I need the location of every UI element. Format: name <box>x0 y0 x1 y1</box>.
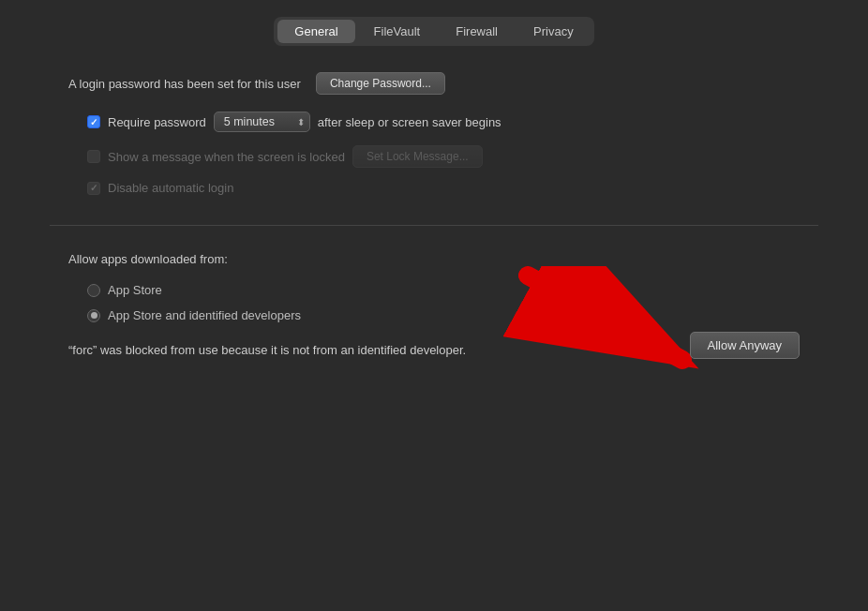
radio-app-store[interactable] <box>87 284 100 297</box>
time-dropdown-wrapper: 5 minutes immediately 5 seconds 1 minute… <box>214 112 310 132</box>
tab-general[interactable]: General <box>277 20 354 43</box>
show-message-row: Show a message when the screen is locked… <box>87 145 800 168</box>
change-password-button[interactable]: Change Password... <box>316 72 445 95</box>
top-section: A login password has been set for this u… <box>50 72 818 217</box>
show-message-checkbox[interactable] <box>87 150 100 163</box>
login-password-row: A login password has been set for this u… <box>68 72 800 95</box>
blocked-message: “forc” was blocked from use because it i… <box>68 343 466 357</box>
red-arrow-icon <box>500 266 725 388</box>
radio-app-store-identified-label: App Store and identified developers <box>108 308 301 322</box>
login-password-text: A login password has been set for this u… <box>68 77 301 91</box>
disable-login-checkbox[interactable] <box>87 182 100 195</box>
bottom-section: Allow apps downloaded from: App Store Ap… <box>50 233 818 378</box>
radio-app-store-identified[interactable] <box>87 309 100 322</box>
require-password-row: Require password 5 minutes immediately 5… <box>87 112 800 132</box>
tab-filevault[interactable]: FileVault <box>357 20 438 43</box>
require-password-label: Require password <box>108 115 206 129</box>
disable-login-row: Disable automatic login <box>87 181 800 195</box>
allow-anyway-button[interactable]: Allow Anyway <box>690 332 800 359</box>
tab-bar: General FileVault Firewall Privacy <box>274 17 593 46</box>
time-dropdown[interactable]: 5 minutes immediately 5 seconds 1 minute… <box>214 112 310 132</box>
set-lock-message-button[interactable]: Set Lock Message... <box>352 145 483 168</box>
svg-line-1 <box>528 276 682 360</box>
section-divider <box>50 225 818 226</box>
show-message-label: Show a message when the screen is locked <box>108 150 345 164</box>
require-password-checkbox[interactable] <box>87 115 100 128</box>
main-content: A login password has been set for this u… <box>50 72 818 378</box>
tab-privacy[interactable]: Privacy <box>516 20 591 43</box>
after-sleep-text: after sleep or screen saver begins <box>318 115 501 129</box>
blocked-area: “forc” was blocked from use because it i… <box>68 341 800 359</box>
disable-login-label: Disable automatic login <box>108 181 233 195</box>
radio-app-store-label: App Store <box>108 283 162 297</box>
allow-apps-title: Allow apps downloaded from: <box>68 252 800 266</box>
tab-firewall[interactable]: Firewall <box>439 20 515 43</box>
